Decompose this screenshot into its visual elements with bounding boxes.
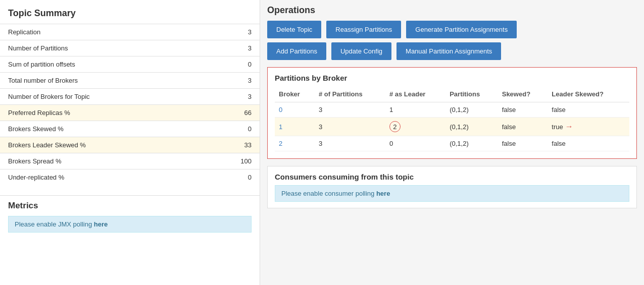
operations-title: Operations xyxy=(267,5,637,21)
summary-value: 3 xyxy=(203,24,260,40)
broker-table-row: 230(0,1,2)falsefalse xyxy=(275,136,629,151)
skewed-cell: false xyxy=(498,102,548,118)
broker-table-header: # of Partitions xyxy=(315,87,385,102)
summary-label: Under-replicated % xyxy=(0,169,203,186)
summary-value: 66 xyxy=(203,105,260,121)
delete-topic-button[interactable]: Delete Topic xyxy=(267,21,321,38)
skewed-cell: false xyxy=(498,118,548,136)
summary-value: 3 xyxy=(203,40,260,56)
broker-table-header: Leader Skewed? xyxy=(548,87,629,102)
generate-partition-assignments-button[interactable]: Generate Partition Assignments xyxy=(406,21,517,38)
summary-value: 100 xyxy=(203,153,260,169)
as-leader-cell: 2 xyxy=(385,118,445,136)
metrics-section: Metrics Please enable JMX polling here xyxy=(0,195,260,233)
consumers-box: Consumers consuming from this topic Plea… xyxy=(267,166,637,208)
consumers-info-box: Please enable consumer polling here xyxy=(275,185,629,202)
summary-label: Brokers Spread % xyxy=(0,153,203,169)
partitions-cell: (0,1,2) xyxy=(445,118,498,136)
broker-table-header: # as Leader xyxy=(385,87,445,102)
operations-buttons: Delete TopicReassign PartitionsGenerate … xyxy=(267,21,637,60)
topic-summary-title: Topic Summary xyxy=(0,5,260,24)
metrics-link[interactable]: here xyxy=(94,220,108,228)
num-partitions-cell: 3 xyxy=(315,102,385,118)
partitions-cell: (0,1,2) xyxy=(445,136,498,151)
partitions-by-broker-title: Partitions by Broker xyxy=(275,74,629,82)
summary-label: Number of Partitions xyxy=(0,40,203,56)
summary-value: 0 xyxy=(203,121,260,137)
summary-row: Number of Partitions 3 xyxy=(0,40,260,56)
as-leader-cell: 1 xyxy=(385,102,445,118)
add-partitions-button[interactable]: Add Partitions xyxy=(267,42,326,60)
skewed-cell: false xyxy=(498,136,548,151)
leader-count-circled: 2 xyxy=(389,121,401,132)
metrics-info-text: Please enable JMX polling xyxy=(15,220,94,228)
summary-row: Brokers Skewed % 0 xyxy=(0,121,260,137)
summary-row: Brokers Spread % 100 xyxy=(0,153,260,169)
summary-row: Under-replicated % 0 xyxy=(0,169,260,186)
broker-table: Broker# of Partitions# as LeaderPartitio… xyxy=(275,87,629,151)
broker-id-cell[interactable]: 2 xyxy=(275,136,315,151)
summary-row: Sum of partition offsets 0 xyxy=(0,56,260,73)
update-config-button[interactable]: Update Config xyxy=(331,42,391,60)
metrics-title: Metrics xyxy=(8,201,252,216)
ops-row-2: Add PartitionsUpdate ConfigManual Partit… xyxy=(267,42,637,60)
broker-link[interactable]: 0 xyxy=(279,106,282,113)
broker-table-header: Skewed? xyxy=(498,87,548,102)
summary-label: Brokers Skewed % xyxy=(0,121,203,137)
summary-row: Brokers Leader Skewed % 33 xyxy=(0,137,260,153)
as-leader-cell: 0 xyxy=(385,136,445,151)
summary-label: Number of Brokers for Topic xyxy=(0,89,203,105)
num-partitions-cell: 3 xyxy=(315,118,385,136)
red-arrow-icon: → xyxy=(565,122,573,131)
left-panel: Topic Summary Replication 3 Number of Pa… xyxy=(0,0,260,285)
ops-row-1: Delete TopicReassign PartitionsGenerate … xyxy=(267,21,637,38)
reassign-partitions-button[interactable]: Reassign Partitions xyxy=(326,21,401,38)
consumers-info-text: Please enable consumer polling xyxy=(281,190,376,197)
summary-value: 3 xyxy=(203,73,260,89)
leader-skewed-cell: true→ xyxy=(548,118,629,136)
summary-value: 0 xyxy=(203,56,260,73)
summary-label: Preferred Replicas % xyxy=(0,105,203,121)
consumers-title: Consumers consuming from this topic xyxy=(275,173,629,181)
manual-partition-assignments-button[interactable]: Manual Partition Assignments xyxy=(397,42,501,60)
broker-table-header: Partitions xyxy=(445,87,498,102)
partitions-cell: (0,1,2) xyxy=(445,102,498,118)
summary-value: 33 xyxy=(203,137,260,153)
summary-row: Replication 3 xyxy=(0,24,260,40)
broker-link[interactable]: 2 xyxy=(279,140,282,147)
metrics-info-box: Please enable JMX polling here xyxy=(8,216,252,233)
right-panel: Operations Delete TopicReassign Partitio… xyxy=(260,0,644,285)
num-partitions-cell: 3 xyxy=(315,136,385,151)
summary-row: Total number of Brokers 3 xyxy=(0,73,260,89)
summary-label: Replication xyxy=(0,24,203,40)
summary-value: 3 xyxy=(203,89,260,105)
summary-label: Brokers Leader Skewed % xyxy=(0,137,203,153)
summary-value: 0 xyxy=(203,169,260,186)
summary-label: Sum of partition offsets xyxy=(0,56,203,73)
broker-id-cell[interactable]: 0 xyxy=(275,102,315,118)
partitions-by-broker-box: Partitions by Broker Broker# of Partitio… xyxy=(267,67,637,159)
broker-table-row: 132(0,1,2)falsetrue→ xyxy=(275,118,629,136)
broker-link[interactable]: 1 xyxy=(279,123,282,131)
broker-table-header: Broker xyxy=(275,87,315,102)
summary-row: Number of Brokers for Topic 3 xyxy=(0,89,260,105)
leader-skewed-cell: false xyxy=(548,102,629,118)
leader-skewed-cell: false xyxy=(548,136,629,151)
broker-id-cell[interactable]: 1 xyxy=(275,118,315,136)
summary-table: Replication 3 Number of Partitions 3 Sum… xyxy=(0,24,260,185)
consumers-link[interactable]: here xyxy=(376,190,390,197)
summary-label: Total number of Brokers xyxy=(0,73,203,89)
summary-row: Preferred Replicas % 66 xyxy=(0,105,260,121)
broker-table-row: 031(0,1,2)falsefalse xyxy=(275,102,629,118)
